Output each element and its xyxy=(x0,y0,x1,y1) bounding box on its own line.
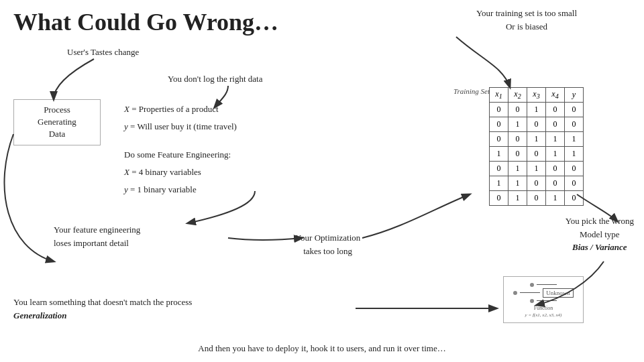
table-cell: 0 xyxy=(490,117,508,132)
fd-unknown-label: Unknown xyxy=(543,288,574,298)
table-cell: 0 xyxy=(565,117,584,132)
table-cell: 1 xyxy=(565,147,584,162)
table-cell: 0 xyxy=(546,176,565,191)
training-set-label: Training Set xyxy=(453,87,490,95)
fe-header: Do some Feature Engineering: xyxy=(124,146,237,164)
table-row: 11000 xyxy=(490,176,584,191)
fd-equation: y = f(x1, x2, x3, x4) xyxy=(525,312,562,318)
feature-eng: Your feature engineering loses important… xyxy=(54,223,140,249)
generalization: You learn something that doesn't match t… xyxy=(13,296,192,322)
table-cell: 0 xyxy=(490,132,508,147)
table-cell: 0 xyxy=(490,103,508,117)
col-header-x4: x4 xyxy=(546,88,565,103)
fd-function-label: Function xyxy=(534,305,553,311)
wrong-model-line1: You pick the wrong xyxy=(566,216,634,226)
no-log-label: You don't log the right data xyxy=(168,74,263,84)
table-cell: 0 xyxy=(527,191,546,206)
feature-eng-line1: Your feature engineering xyxy=(54,225,140,235)
generalization-line2: Generalization xyxy=(13,310,66,320)
table-cell: 0 xyxy=(527,176,546,191)
x-def: X = Properties of a product xyxy=(124,101,237,118)
table-cell: 1 xyxy=(490,147,508,162)
table-cell: 1 xyxy=(508,162,527,176)
table-cell: 0 xyxy=(565,191,584,206)
table-cell: 0 xyxy=(565,162,584,176)
table-cell: 0 xyxy=(508,147,527,162)
table-row: 00111 xyxy=(490,132,584,147)
training-table: x1 x2 x3 x4 y 00100010000011110011011001… xyxy=(489,87,584,206)
table-cell: 1 xyxy=(527,132,546,147)
table-cell: 0 xyxy=(508,132,527,147)
table-cell: 0 xyxy=(490,191,508,206)
generalization-line1: You learn something that doesn't match t… xyxy=(13,297,192,307)
col-header-y: y xyxy=(565,88,584,103)
table-cell: 0 xyxy=(546,117,565,132)
optimization: Your Optimization takes too long xyxy=(295,231,360,257)
table-cell: 1 xyxy=(508,176,527,191)
col-header-x2: x2 xyxy=(508,88,527,103)
process-box: Process Generating Data xyxy=(13,99,101,145)
table-cell: 1 xyxy=(546,147,565,162)
table-row: 01000 xyxy=(490,117,584,132)
table-cell: 0 xyxy=(508,103,527,117)
table-cell: 1 xyxy=(546,132,565,147)
optimization-line1: Your Optimization xyxy=(295,233,360,243)
table-cell: 0 xyxy=(527,117,546,132)
table-row: 01010 xyxy=(490,191,584,206)
table-cell: 0 xyxy=(546,162,565,176)
bias-variance-label: Bias / Variance xyxy=(572,242,627,252)
y-def: y = Will user buy it (time travel) xyxy=(124,118,237,135)
y-fe: y = 1 binary variable xyxy=(124,181,237,198)
function-diagram: Unknown Function y = f(x1, x2, x3, x4) xyxy=(503,276,584,323)
table-cell: 0 xyxy=(565,103,584,117)
feature-eng-line2: loses important detail xyxy=(54,238,129,248)
training-note: Your training set is too small Or is bia… xyxy=(476,7,577,33)
optimization-line2: takes too long xyxy=(303,246,352,256)
process-line1: Process xyxy=(44,105,70,115)
table-row: 01100 xyxy=(490,162,584,176)
users-tastes-label: User's Tastes change xyxy=(67,47,139,58)
table-cell: 1 xyxy=(527,103,546,117)
table-cell: 1 xyxy=(508,117,527,132)
wrong-model-line2: Model type xyxy=(580,229,620,239)
wrong-model: You pick the wrong Model type Bias / Var… xyxy=(566,215,634,254)
table-row: 00100 xyxy=(490,103,584,117)
process-line2: Generating xyxy=(38,117,76,127)
table-cell: 0 xyxy=(527,147,546,162)
formula-area: X = Properties of a product y = Will use… xyxy=(124,101,237,198)
col-header-x1: x1 xyxy=(490,88,508,103)
table-cell: 1 xyxy=(527,162,546,176)
page-title: What Could Go Wrong… xyxy=(13,8,278,36)
table-cell: 1 xyxy=(565,132,584,147)
col-header-x3: x3 xyxy=(527,88,546,103)
table-cell: 0 xyxy=(546,103,565,117)
table-cell: 1 xyxy=(508,191,527,206)
table-cell: 1 xyxy=(546,191,565,206)
table-row: 10011 xyxy=(490,147,584,162)
training-note-line2: Or is biased xyxy=(506,21,547,32)
process-line3: Data xyxy=(49,129,66,139)
x-fe: X = 4 binary variables xyxy=(124,164,237,181)
table-cell: 0 xyxy=(490,162,508,176)
training-note-line1: Your training set is too small xyxy=(476,8,577,18)
deploy-text: And then you have to deploy it, hook it … xyxy=(198,343,445,354)
table-cell: 1 xyxy=(490,176,508,191)
table-cell: 0 xyxy=(565,176,584,191)
